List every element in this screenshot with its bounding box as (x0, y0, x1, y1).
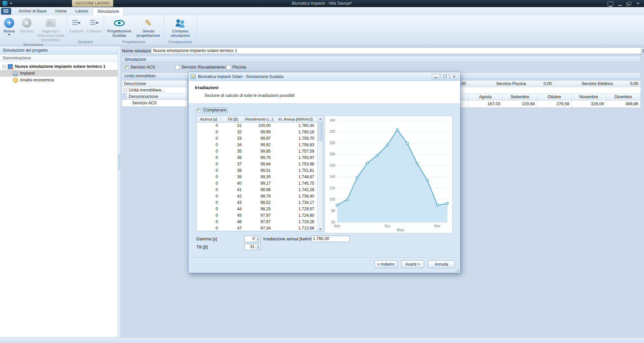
espandi-button[interactable]: Espandi (68, 16, 85, 39)
table-scrollbar[interactable] (317, 116, 323, 231)
grid-expander-icon[interactable] (123, 88, 127, 92)
expand-icon (72, 19, 81, 27)
irradiation-table-row[interactable]: 0 35 99,85 1.757,59 (197, 148, 317, 155)
azimut-cell: 0 (197, 193, 221, 200)
title-bar: GESTIONE LAVORO Blumatica Impianti - Vil… (0, 0, 644, 7)
spinner-icon[interactable] (256, 244, 261, 250)
irradiation-table-row[interactable]: 0 37 99,64 1.753,98 (197, 161, 317, 167)
scrollbar-thumb[interactable] (318, 122, 322, 141)
scroll-up-icon[interactable] (318, 116, 323, 121)
rendimento-cell: 98,98 (245, 187, 274, 193)
piscina-checkbox[interactable]: Piscina (226, 64, 246, 70)
month-header-cell[interactable]: Agosto (468, 94, 503, 100)
tree-node-simulazione[interactable]: Nuova simulazione impianto solare termic… (0, 63, 118, 70)
tilt-cell: 46 (221, 219, 245, 225)
month-header-cell[interactable]: Ottobre (537, 94, 572, 100)
avanti-button[interactable]: Avanti > (401, 260, 424, 268)
tilt-cell: 37 (221, 161, 245, 167)
irradiation-table-row[interactable]: 0 43 98,52 1.734,17 (197, 200, 317, 206)
complanare-checkbox[interactable]: Complanare (196, 107, 228, 113)
irradiation-table-row[interactable]: 0 45 97,97 1.724,60 (197, 212, 317, 219)
elimina-button[interactable]: Elimina (18, 16, 36, 42)
irradiation-table-row[interactable]: 0 38 99,51 1.751,61 (197, 167, 317, 174)
file-menu-button[interactable] (1, 8, 11, 15)
azimut-cell: 0 (197, 200, 221, 206)
servizio-piscina-label: Servizio Piscina (496, 81, 526, 86)
spinner-icon[interactable] (256, 236, 261, 242)
irradiation-table-row[interactable]: 0 40 99,17 1.745,75 (197, 180, 317, 187)
dialog-maximize-button[interactable] (441, 74, 449, 79)
unita-group-row[interactable]: Unità immobiliare... (122, 87, 187, 94)
tree-node-analisi-economica[interactable]: Analisi economica (0, 77, 118, 83)
annulla-button[interactable]: Annulla (428, 260, 455, 268)
restore-icon[interactable] (626, 2, 631, 6)
indietro-button[interactable]: < Indietro (374, 260, 397, 268)
ribbon-group-simulazione: Nuova Elimina Aggiungi / Seleziona Unità… (0, 15, 67, 45)
tree-node-impianti[interactable]: Impianti (0, 70, 118, 77)
irradiation-table-row[interactable]: 0 39 99,35 1.748,87 (197, 174, 317, 180)
tab-lavoro[interactable]: Lavoro (71, 7, 93, 15)
servizio-elettrico-header[interactable]: Servizio Elettrico 0,00 (554, 81, 641, 87)
irradiation-table-row[interactable]: 0 42 98,76 1.738,40 (197, 193, 317, 200)
irradiazione-annua-input[interactable]: 1.760,30 (311, 236, 350, 242)
irradiation-table-header: Azimut [γ] Tilt [β] Rendimento [...] Irr… (197, 116, 323, 123)
aggiungi-seleziona-button[interactable]: Aggiungi / Seleziona Unità Immobiliari (35, 16, 66, 42)
nuova-button[interactable]: Nuova (1, 16, 18, 42)
rendimento-column-header[interactable]: Rendimento [...] (245, 116, 274, 122)
irradiation-table-row[interactable]: 0 47 97,34 1.713,56 (197, 225, 317, 231)
minimize-icon[interactable] (617, 2, 622, 6)
svg-text:220: 220 (329, 130, 335, 133)
scrollbar-thumb[interactable] (118, 154, 120, 170)
month-header-cell[interactable]: Settembre (503, 94, 537, 100)
servizio-acs-checkbox[interactable]: Servizio ACS (124, 64, 155, 70)
gamma-input[interactable]: 0 (244, 236, 261, 242)
quick-access-caret-icon[interactable] (10, 3, 13, 6)
tilt-cell: 34 (221, 142, 245, 148)
bottom-strip (0, 337, 644, 343)
irradiation-table-row[interactable]: 0 34 99,92 1.758,83 (197, 142, 317, 148)
descrizione-header[interactable]: Descrizione (122, 80, 187, 87)
tab-simulazioni[interactable]: Simulazioni (93, 7, 124, 15)
dialog-title-bar[interactable]: Blumatica impianti Solari - Simulazione … (189, 72, 460, 81)
dialog-close-button[interactable] (450, 74, 458, 79)
screen-style-icon[interactable] (608, 2, 613, 6)
panel-scrollbar[interactable] (118, 46, 121, 337)
month-header-cell[interactable]: Novembre (572, 94, 606, 100)
contextual-tab-label: GESTIONE LAVORO (72, 0, 113, 7)
servizio-acs-row[interactable]: Servizio ACS (122, 100, 187, 107)
simulation-name-input[interactable]: Nuova simulazione impianto solare termic… (151, 47, 643, 54)
month-value-cell: 389,86 (606, 101, 641, 107)
progettazione-guidata-button[interactable]: Progettazione Guidata (105, 16, 134, 39)
servizio-piscina-header[interactable]: Servizio Piscina 0,00 (468, 81, 554, 87)
tab-home[interactable]: Home (51, 7, 71, 15)
irr-annua-column-header[interactable]: Irr. Annua [kWh/m2] (274, 116, 317, 122)
tilt-input[interactable]: 31 (244, 244, 261, 250)
irradiation-table-row[interactable]: 0 36 99,75 1.755,97 (197, 155, 317, 161)
denominazione-subheader[interactable]: Denominazione (126, 94, 187, 100)
dialog-minimize-button[interactable] (432, 74, 440, 79)
irradiation-table-row[interactable]: 0 31 100,00 1.760,30 (197, 123, 317, 129)
app-logo-icon[interactable] (3, 1, 7, 6)
irradiation-table-row[interactable]: 0 33 99,97 1.759,70 (197, 135, 317, 142)
servizio-riscaldamento-checkbox[interactable]: Servizio Riscaldamento (175, 64, 226, 70)
dialog-subtitle: Sezione di calcolo di tutte le irradiazi… (204, 93, 295, 98)
tilt-column-header[interactable]: Tilt [β] (221, 116, 245, 122)
checkbox-box-icon (196, 108, 200, 112)
compara-simulazioni-button[interactable]: Compara simulazioni (165, 16, 196, 39)
impianti-icon (13, 71, 18, 76)
resize-grip[interactable] (455, 268, 459, 272)
tree-expander-icon[interactable] (2, 65, 6, 69)
input-options-button[interactable] (641, 47, 644, 54)
irradiation-table-row[interactable]: 0 46 97,67 1.719,26 (197, 219, 317, 225)
close-icon[interactable] (636, 2, 641, 6)
irr-annua-cell: 1.729,57 (274, 206, 317, 212)
irradiation-table-row[interactable]: 0 41 98,98 1.742,26 (197, 187, 317, 193)
irradiation-table-row[interactable]: 0 32 99,99 1.760,18 (197, 129, 317, 135)
scroll-down-icon[interactable] (318, 226, 323, 231)
tab-archivi-di-base[interactable]: Archivi di Base (14, 7, 51, 15)
irradiation-table-row[interactable]: 0 44 98,25 1.729,57 (197, 206, 317, 212)
azimut-column-header[interactable]: Azimut [γ] (197, 116, 221, 122)
month-header-cell[interactable]: Dicembre (606, 94, 641, 100)
simula-progettazione-button[interactable]: Simula progettazione (134, 16, 163, 39)
collassa-button[interactable]: Collassa (85, 16, 103, 39)
